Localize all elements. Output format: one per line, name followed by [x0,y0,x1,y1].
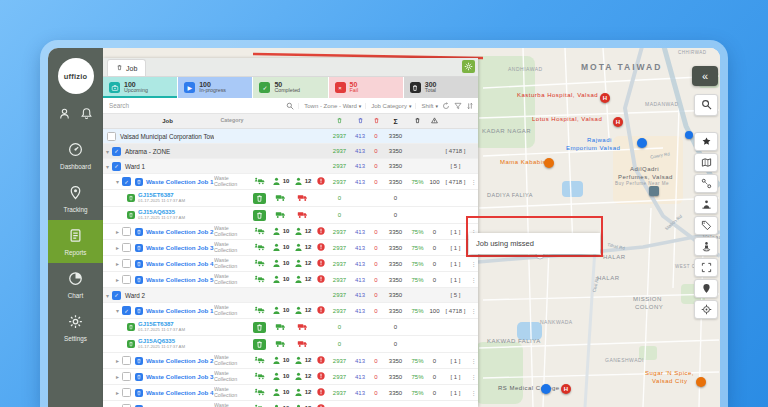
map-collapse-button[interactable]: « [692,66,718,86]
job-row[interactable]: ▾✓Waste Collection Job 1Waste Collection… [103,303,478,319]
sidebar-item-dashboard[interactable]: Dashboard [48,134,103,177]
row-checkbox[interactable]: ✓ [122,306,131,315]
filter-dropdown-1[interactable]: Job Category▾ [365,103,411,109]
row-checkbox[interactable] [122,275,131,284]
filter-dropdown-0[interactable]: Town - Zone - Ward▾ [298,103,361,109]
chevron-icon[interactable]: ▸ [113,244,122,251]
job-name-link[interactable]: Waste Collection Job 3 [146,373,214,380]
kebab-menu-icon[interactable]: ⋮ [469,307,478,314]
kebab-menu-icon[interactable]: ⋮ [469,260,478,267]
job-row[interactable]: ▸Waste Collection Job 4Waste Collection1… [103,256,478,272]
sidebar-item-settings[interactable]: Settings [48,306,103,349]
kebab-menu-icon[interactable]: ⋮ [469,373,478,380]
panel-settings-button[interactable] [462,60,475,73]
sidebar-item-tracking[interactable]: Tracking [48,177,103,220]
sidebar-item-reports[interactable]: Reports [48,220,103,263]
bus-marker-icon[interactable] [685,131,693,139]
row-checkbox[interactable] [122,259,131,268]
kebab-menu-icon[interactable]: ⋮ [469,357,478,364]
user-icon[interactable] [58,106,71,124]
chevron-icon[interactable]: ▾ [113,307,122,314]
bell-icon[interactable] [80,106,93,124]
job-name-link[interactable]: Waste Collection Job 2 [146,357,214,364]
job-row[interactable]: ▸Waste Collection Job 5Waste Collection1… [103,401,478,407]
chevron-icon[interactable]: ▸ [113,389,122,396]
chevron-icon[interactable]: ▸ [113,373,122,380]
job-row[interactable]: ▸Waste Collection Job 4Waste Collection1… [103,385,478,401]
hospital-marker-icon[interactable]: H [600,93,610,103]
chevron-icon[interactable]: ▸ [113,276,122,283]
poi-blue-marker-icon[interactable] [541,384,551,394]
vehicle-row[interactable]: GJ15AQ633501-17-2025 11:17:37 AM00 [103,207,478,224]
ward-row[interactable]: ▾✓Ward 1293741303350[ 5 ] [103,159,478,174]
vehicle-row[interactable]: GJ15AQ633501-17-2025 11:17:37 AM00 [103,336,478,353]
column-category[interactable]: Category [214,118,250,124]
hospital-marker-icon[interactable]: H [613,117,623,127]
sidebar-item-chart[interactable]: Chart [48,263,103,306]
stat-completed[interactable]: ✓50Completed [253,77,327,98]
row-checkbox[interactable]: ✓ [112,147,121,156]
poi-blue-marker-icon[interactable] [637,138,647,148]
job-name-link[interactable]: Waste Collection Job 4 [146,260,214,267]
row-checkbox[interactable] [122,243,131,252]
filter-icon[interactable] [454,102,462,110]
zone-row[interactable]: ▾✓Abrama - ZONE293741303350[ 4718 ] [103,144,478,159]
row-checkbox[interactable]: ✓ [122,177,131,186]
live-location-button[interactable] [694,300,718,319]
chevron-icon[interactable]: ▾ [113,178,122,185]
chevron-down-icon[interactable]: ▾ [103,148,112,155]
stat-in-progress[interactable]: ▶100In-progress [178,77,252,98]
ward-row[interactable]: ▾✓Ward 2293741303350[ 5 ] [103,288,478,303]
stat-upcoming[interactable]: 100Upcoming [103,77,177,98]
chevron-icon[interactable]: ▸ [113,260,122,267]
chevron-down-icon[interactable]: ▾ [103,292,112,299]
job-name-link[interactable]: Waste Collection Job 3 [146,244,214,251]
row-checkbox[interactable] [122,227,131,236]
job-name-link[interactable]: Waste Collection Job 5 [146,276,214,283]
job-row[interactable]: ▸Waste Collection Job 2Waste Collection1… [103,224,478,240]
town-row[interactable]: Valsad Municipal Corporation Town2937413… [103,129,478,144]
search-button[interactable] [694,94,718,116]
chevron-icon[interactable]: ▸ [113,357,122,364]
job-name-link[interactable]: Waste Collection Job 2 [146,228,214,235]
row-checkbox[interactable] [122,388,131,397]
column-job[interactable]: Job [121,118,214,124]
job-row[interactable]: ▾✓Waste Collection Job 1Waste Collection… [103,174,478,190]
clustering-button[interactable] [694,195,718,214]
poi-orange-marker-icon[interactable] [696,377,706,387]
geofence-button[interactable] [694,153,718,172]
kebab-menu-icon[interactable]: ⋮ [469,276,478,283]
search-input[interactable] [107,101,282,110]
building-marker-icon[interactable] [649,186,659,196]
location-pin-button[interactable] [694,279,718,298]
sigma-total-icon[interactable]: Σ [383,118,408,125]
row-checkbox[interactable]: ✓ [112,162,121,171]
search-icon[interactable] [286,102,294,110]
filter-dropdown-2[interactable]: Shift▾ [415,103,438,109]
stat-fail[interactable]: ×50Fail [329,77,403,98]
job-row[interactable]: ▸Waste Collection Job 3Waste Collection1… [103,240,478,256]
chevron-icon[interactable]: ▸ [113,228,122,235]
job-row[interactable]: ▸Waste Collection Job 2Waste Collection1… [103,353,478,369]
row-checkbox[interactable]: ✓ [112,291,121,300]
vehicle-row[interactable]: GJ15ET638701-17-2025 11:17:37 AM00 [103,319,478,336]
row-checkbox[interactable] [107,132,116,141]
poi-button[interactable] [694,132,718,151]
job-name-link[interactable]: Waste Collection Job 1 [146,307,214,314]
kebab-menu-icon[interactable]: ⋮ [469,178,478,185]
route-button[interactable] [694,174,718,193]
job-row[interactable]: ▸Waste Collection Job 3Waste Collection1… [103,369,478,385]
refresh-icon[interactable] [442,102,450,110]
kebab-menu-icon[interactable]: ⋮ [469,389,478,396]
sort-icon[interactable] [466,102,474,110]
chevron-down-icon[interactable]: ▾ [103,163,112,170]
hospital-marker-icon[interactable]: H [561,384,571,394]
tab-job[interactable]: Job [107,59,146,76]
row-checkbox[interactable] [122,356,131,365]
street-view-button[interactable] [694,237,718,256]
row-checkbox[interactable] [122,372,131,381]
job-row[interactable]: ▸Waste Collection Job 5Waste Collection1… [103,272,478,288]
fullscreen-button[interactable] [694,258,718,277]
label-button[interactable] [694,216,718,235]
job-name-link[interactable]: Waste Collection Job 4 [146,389,214,396]
